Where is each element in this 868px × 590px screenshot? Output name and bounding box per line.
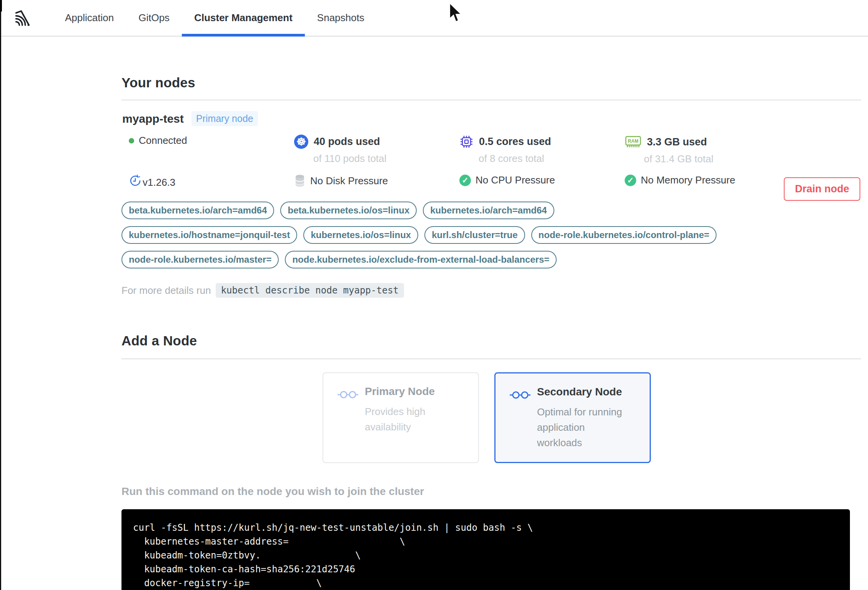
node-type-options: Primary Node Provides high availability …	[323, 372, 861, 463]
node-name: myapp-test	[122, 112, 184, 125]
stat-cores: 0.5 cores used of 8 cores total	[459, 135, 625, 165]
stat-cpu-pressure: ✓ No CPU Pressure	[459, 174, 625, 186]
ram-icon: RAM	[625, 135, 642, 149]
primary-node-icon	[337, 389, 359, 400]
version-label: v1.26.3	[143, 177, 175, 188]
details-prefix-label: For more details run	[121, 285, 211, 297]
replicated-logo-icon	[13, 9, 31, 27]
add-node-divider	[121, 358, 861, 359]
screen-edge-corner	[0, 0, 2, 12]
node-label-pill: kubernetes.io/os=linux	[303, 226, 418, 244]
primary-node-option-desc: Provides high availability	[365, 404, 459, 435]
node-label-pill: kubernetes.io/arch=amd64	[423, 202, 554, 219]
kubectl-describe-command: kubectl describe node myapp-test	[216, 283, 404, 298]
memory-pressure-check-icon: ✓	[625, 175, 636, 186]
connected-status-label: Connected	[139, 135, 187, 147]
stat-connection: Connected	[129, 135, 294, 147]
cpu-pressure-label: No CPU Pressure	[476, 174, 555, 186]
cpu-icon	[459, 135, 474, 149]
join-command-instruction: Run this command on the node you wish to…	[121, 485, 861, 498]
top-nav: Application GitOps Cluster Management Sn…	[0, 0, 868, 37]
node-label-pill: beta.kubernetes.io/os=linux	[280, 202, 417, 219]
primary-node-badge: Primary node	[191, 111, 258, 126]
tab-application[interactable]: Application	[53, 0, 126, 36]
node-label-pill: node-role.kubernetes.io/control-plane=	[531, 226, 717, 244]
stat-disk-pressure: No Disk Pressure	[294, 174, 459, 187]
node-label-pill: kurl.sh/cluster=true	[424, 226, 525, 244]
tab-gitops[interactable]: GitOps	[126, 0, 182, 36]
disk-icon	[294, 174, 306, 187]
secondary-node-icon	[509, 390, 531, 400]
your-nodes-title: Your nodes	[121, 75, 861, 90]
node-label-pill: node-role.kubernetes.io/master=	[121, 251, 279, 268]
stat-version: v1.26.3	[129, 174, 294, 188]
cpu-pressure-check-icon: ✓	[459, 175, 471, 186]
node-label-pill: beta.kubernetes.io/arch=amd64	[121, 202, 274, 219]
kubernetes-icon: ☸	[294, 135, 308, 149]
add-node-title: Add a Node	[121, 333, 861, 348]
disk-pressure-label: No Disk Pressure	[310, 175, 388, 187]
nav-tabs: Application GitOps Cluster Management Sn…	[53, 0, 377, 36]
screen-edge-strip	[0, 0, 1, 590]
secondary-node-option-title: Secondary Node	[537, 386, 631, 398]
secondary-node-option[interactable]: Secondary Node Optimal for running appli…	[494, 372, 651, 463]
primary-node-option[interactable]: Primary Node Provides high availability	[323, 372, 479, 463]
secondary-node-option-desc: Optimal for running application workload…	[537, 404, 631, 450]
stat-memory: RAM 3.3 GB used of 31.4 GB total	[625, 135, 861, 165]
node-label-pill: kubernetes.io/hostname=jonquil-test	[121, 226, 297, 244]
memory-used-label: 3.3 GB used	[647, 136, 707, 148]
main-content: Your nodes myapp-test Primary node Conne…	[121, 75, 861, 590]
primary-node-option-title: Primary Node	[365, 385, 459, 398]
join-command-text: curl -fsSL https://kurl.sh/jq-new-test-u…	[133, 521, 840, 590]
ram-icon-label: RAM	[628, 138, 638, 144]
memory-pressure-label: No Memory Pressure	[641, 174, 735, 186]
tab-snapshots[interactable]: Snapshots	[305, 0, 377, 36]
memory-total-label: of 31.4 GB total	[644, 153, 861, 165]
node-stats: Connected ☸ 40 pods used of 110 pods tot…	[129, 135, 861, 188]
tab-cluster-management[interactable]: Cluster Management	[182, 0, 305, 36]
drain-node-button[interactable]: Drain node	[784, 177, 860, 201]
node-card: myapp-test Primary node Connected ☸ 40 p…	[121, 100, 861, 298]
join-command-terminal: curl -fsSL https://kurl.sh/jq-new-test-u…	[121, 509, 850, 590]
cores-used-label: 0.5 cores used	[479, 136, 551, 148]
node-label-pill: node.kubernetes.io/exclude-from-external…	[285, 251, 557, 268]
version-update-icon	[129, 174, 142, 187]
connected-status-icon	[129, 138, 134, 143]
pods-used-label: 40 pods used	[314, 136, 380, 148]
cores-total-label: of 8 cores total	[479, 153, 625, 165]
node-labels: beta.kubernetes.io/arch=amd64 beta.kuber…	[121, 202, 729, 268]
pods-total-label: of 110 pods total	[313, 153, 459, 165]
stat-pods: ☸ 40 pods used of 110 pods total	[294, 135, 459, 165]
